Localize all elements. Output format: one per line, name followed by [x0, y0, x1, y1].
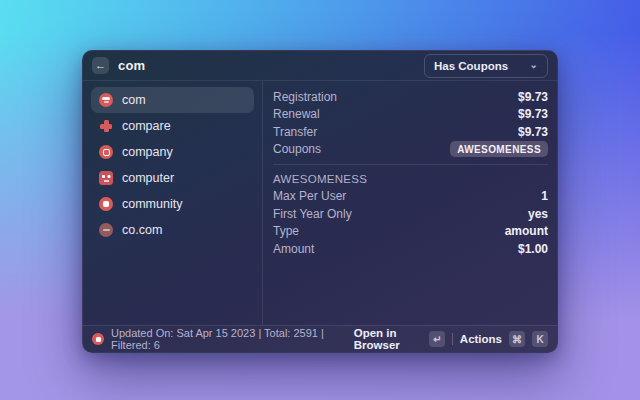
k-key-icon: K: [532, 331, 548, 347]
status-bar: Updated On: Sat Apr 15 2023 | Total: 259…: [83, 325, 557, 352]
detail-panel: Registration $9.73 Renewal $9.73 Transfe…: [263, 81, 557, 325]
row-label: Amount: [273, 242, 314, 256]
window-header: ← com Has Coupons ⌄: [83, 51, 557, 81]
row-value: $9.73: [518, 90, 548, 104]
row-value: 1: [541, 189, 548, 203]
community-favicon-icon: [99, 197, 113, 211]
detail-row-amount: Amount $1.00: [273, 240, 548, 258]
list-item-computer[interactable]: computer: [91, 165, 254, 191]
row-label: First Year Only: [273, 207, 352, 221]
filter-dropdown-value: Has Coupons: [434, 60, 508, 72]
row-value: $1.00: [518, 242, 548, 256]
actions-menu-button[interactable]: Actions: [460, 333, 502, 345]
list-item-label: computer: [122, 171, 174, 185]
footer-actions: Open in Browser ↵ Actions ⌘ K: [354, 327, 548, 351]
open-in-browser-button[interactable]: Open in Browser: [354, 327, 422, 351]
row-label: Max Per User: [273, 189, 346, 203]
row-value: $9.73: [518, 107, 548, 121]
list-item-community[interactable]: community: [91, 191, 254, 217]
return-key-icon: ↵: [429, 331, 445, 347]
page-title: com: [118, 58, 145, 73]
com-favicon-icon: [99, 93, 113, 107]
list-item-label: compare: [122, 119, 171, 133]
tld-list: com compare company computer community c…: [83, 81, 263, 325]
detail-row-transfer: Transfer $9.73: [273, 123, 548, 141]
row-value: amount: [505, 224, 548, 238]
back-arrow-icon: ←: [95, 60, 106, 71]
coupon-section-title: AWESOMENESS: [273, 170, 548, 188]
window-body: com compare company computer community c…: [83, 81, 557, 325]
co-com-favicon-icon: [99, 223, 113, 237]
detail-row-first-year-only: First Year Only yes: [273, 205, 548, 223]
chevron-down-icon: ⌄: [530, 59, 538, 70]
list-item-co-com[interactable]: co.com: [91, 217, 254, 243]
company-favicon-icon: [99, 145, 113, 159]
status-text: Updated On: Sat Apr 15 2023 | Total: 259…: [111, 327, 347, 351]
detail-row-registration: Registration $9.73: [273, 88, 548, 106]
list-item-label: co.com: [122, 223, 162, 237]
row-label: Transfer: [273, 125, 317, 139]
list-item-company[interactable]: company: [91, 139, 254, 165]
detail-row-type: Type amount: [273, 223, 548, 241]
row-value: $9.73: [518, 125, 548, 139]
detail-row-renewal: Renewal $9.73: [273, 106, 548, 124]
row-label: Coupons: [273, 142, 321, 156]
list-item-compare[interactable]: compare: [91, 113, 254, 139]
row-label: Renewal: [273, 107, 320, 121]
list-item-label: com: [122, 93, 146, 107]
computer-favicon-icon: [99, 171, 113, 185]
back-button[interactable]: ←: [92, 57, 109, 74]
row-label: Type: [273, 224, 299, 238]
compare-favicon-icon: [99, 119, 113, 133]
cmd-key-icon: ⌘: [509, 331, 525, 347]
row-value: yes: [528, 207, 548, 221]
list-item-com[interactable]: com: [91, 87, 254, 113]
footer-separator: [452, 333, 453, 345]
section-divider: [273, 164, 548, 165]
list-item-label: company: [122, 145, 173, 159]
detail-row-max-per-user: Max Per User 1: [273, 188, 548, 206]
detail-row-coupons: Coupons AWESOMENESS: [273, 141, 548, 159]
filter-dropdown[interactable]: Has Coupons ⌄: [424, 54, 548, 78]
row-label: Registration: [273, 90, 337, 104]
list-item-label: community: [122, 197, 182, 211]
app-window: ← com Has Coupons ⌄ com compare company: [82, 50, 558, 353]
extension-icon: [92, 333, 104, 345]
coupon-badge: AWESOMENESS: [450, 141, 548, 157]
